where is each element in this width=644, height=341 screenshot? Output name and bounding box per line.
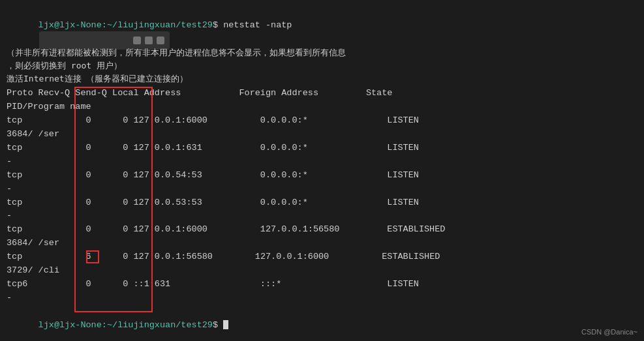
table-row-7: tcp6 0 0 ::1:631 :::* LISTEN (7, 278, 637, 291)
table-row-2b: - (7, 155, 637, 169)
table-row-6: tcp 6 0 127.0.0.1:56580 127.0.0.1:6000 E… (7, 250, 637, 264)
table-header-row: Proto Recv-Q Send-Q Local Address Foreig… (7, 87, 637, 100)
table-row-5b: 3684/ /ser (7, 237, 637, 250)
prompt-text-1: ljx@ljx-None:~/liujingxuan/test29 (38, 20, 213, 30)
table-row-3: tcp 0 0 127.0.0.54:53 0.0.0.0:* LISTEN (7, 169, 637, 183)
table-row-7b: - (7, 291, 637, 305)
table-row-4: tcp 0 0 127.0.0.53:53 0.0.0.0:* LISTEN (7, 196, 637, 210)
table-row-5: tcp 0 0 127.0.0.1:6000 127.0.0.1:56580 E… (7, 223, 637, 237)
table-row-1b: 3684/ /ser (7, 128, 637, 141)
watermark: CSDN @Danica~ (581, 328, 637, 336)
table-subheader-row: PID/Program name (7, 100, 637, 114)
table-row-1: tcp 0 0 127.0.0.1:6000 0.0.0.0:* LISTEN (7, 114, 637, 128)
table-row-3b: - (7, 183, 637, 196)
table-row-6b: 3729/ /cli (7, 264, 637, 278)
cursor (223, 320, 228, 329)
command-text: netstat -natp (223, 20, 292, 30)
table-row-4b: - (7, 209, 637, 223)
prompt-line-1: ljx@ljx-None:~/liujingxuan/test29$ netst… (7, 5, 637, 46)
terminal-content: ljx@ljx-None:~/liujingxuan/test29$ netst… (0, 0, 644, 341)
table-row-2: tcp 0 0 127.0.0.1:631 0.0.0.0:* LISTEN (7, 141, 637, 155)
terminal-window: ljx@ljx-None:~/liujingxuan/test29$ netst… (0, 0, 644, 341)
end-prompt-line: ljx@ljx-None:~/liujingxuan/test29$ (7, 305, 637, 341)
end-prompt-text: ljx@ljx-None:~/liujingxuan/test29 (38, 320, 213, 330)
note-line-1: （并非所有进程都能被检测到，所有非本用户的进程信息将不会显示，如果想看到所有信息 (7, 46, 637, 59)
netstat-table: Proto Recv-Q Send-Q Local Address Foreig… (7, 87, 637, 305)
note-line-2: ，则必须切换到 root 用户） (7, 59, 637, 72)
section-header: 激活Internet连接 （服务器和已建立连接的） (7, 72, 637, 85)
table-row-6-container: tcp 6 0 127.0.0.1:56580 127.0.0.1:6000 E… (7, 250, 637, 264)
